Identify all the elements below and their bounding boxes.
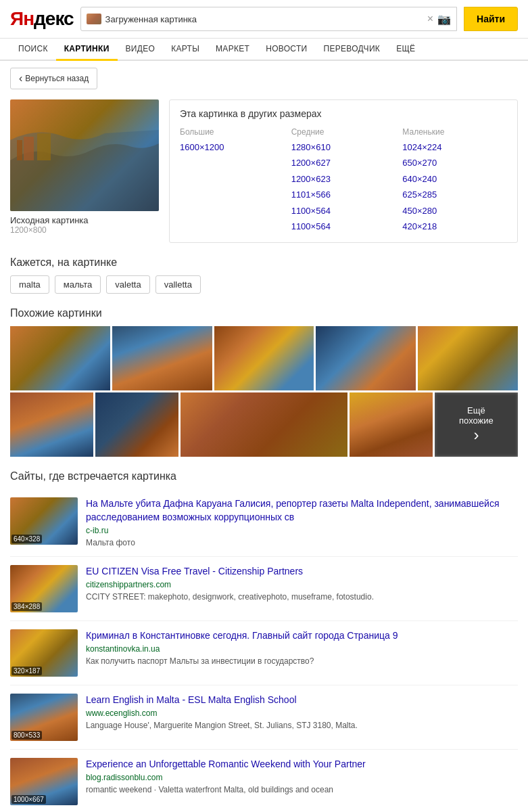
size-1101x566[interactable]: 1101×566 <box>291 187 396 202</box>
site-thumb-3[interactable]: 320×187 <box>10 629 78 677</box>
images-row-2: Ещёпохожие › <box>10 392 518 457</box>
tags-section-title: Кажется, на картинке <box>10 256 518 269</box>
nav-translator[interactable]: ПЕРЕВОДЧИК <box>315 39 388 61</box>
size-640x240[interactable]: 640×240 <box>402 171 507 187</box>
original-image-label: Исходная картинка <box>10 215 159 225</box>
site-url-4: www.ecenglish.com <box>86 708 518 718</box>
similar-more-button[interactable]: Ещёпохожие › <box>435 392 518 457</box>
site-thumb-1[interactable]: 640×328 <box>10 497 78 545</box>
site-thumb-4[interactable]: 800×533 <box>10 694 78 741</box>
more-overlay[interactable]: Ещёпохожие › <box>435 392 518 457</box>
site-desc-4: Language House', Marguerite Mangion Stre… <box>86 720 518 731</box>
thumb-size-2: 384×288 <box>11 602 42 611</box>
site-info-1: На Мальте убита Дафна Каруана Галисия, р… <box>86 497 518 548</box>
similar-thumb-1[interactable] <box>10 326 110 390</box>
site-desc-2: CCITY STREET: makephoto, designwork, cre… <box>86 591 518 603</box>
navigation: ПОИСК КАРТИНКИ ВИДЕО КАРТЫ МАРКЕТ НОВОСТ… <box>0 39 528 61</box>
site-url-5: blog.radissonblu.com <box>86 773 518 782</box>
site-desc-1: Мальта фото <box>86 537 518 549</box>
camera-icon[interactable]: 📷 <box>437 13 451 26</box>
col-medium-header: Средние <box>291 127 396 137</box>
size-1280x610[interactable]: 1280×610 <box>291 139 396 155</box>
size-1100x564-2[interactable]: 1100×564 <box>291 219 396 234</box>
size-650x270[interactable]: 650×270 <box>402 155 507 171</box>
tag-valletta[interactable]: valletta <box>155 275 201 294</box>
more-label: Ещёпохожие <box>459 405 494 426</box>
site-thumb-5[interactable]: 1000×667 <box>10 758 78 805</box>
similar-thumb-9[interactable] <box>350 392 433 457</box>
similar-thumb-5[interactable] <box>418 326 518 390</box>
site-result-1: 640×328 На Мальте убита Дафна Каруана Га… <box>10 489 518 557</box>
nav-video[interactable]: ВИДЕО <box>118 39 164 61</box>
yandex-logo: Яндекс <box>10 8 74 30</box>
tag-malta-ru[interactable]: мальта <box>55 275 101 294</box>
thumbnail-preview <box>87 14 101 24</box>
similar-thumb-4[interactable] <box>316 326 416 390</box>
site-thumb-2[interactable]: 384×288 <box>10 565 78 612</box>
size-420x218[interactable]: 420×218 <box>402 219 507 234</box>
size-1200x627[interactable]: 1200×627 <box>291 155 396 171</box>
images-row-1 <box>10 326 518 390</box>
header: Яндекс Загруженная картинка × 📷 Найти <box>0 0 528 39</box>
tag-valetta[interactable]: valetta <box>106 275 149 294</box>
original-image-box: Исходная картинка 1200×800 <box>10 99 159 243</box>
back-button[interactable]: Вернуться назад <box>10 68 97 89</box>
sizes-box: Эта картинка в других размерах Большие 1… <box>169 99 518 243</box>
similar-thumb-6[interactable] <box>10 392 93 457</box>
site-desc-3: Как получить паспорт Мальты за инвестици… <box>86 656 518 667</box>
search-bar: Загруженная картинка × 📷 <box>80 7 457 31</box>
similar-images-section: Похожие картинки <box>10 307 518 457</box>
site-result-4: 800×533 Learn English in Malta - ESL Mal… <box>10 685 518 750</box>
nav-more[interactable]: ЕЩЁ <box>388 39 423 61</box>
thumb-size-4: 800×533 <box>11 731 42 740</box>
site-title-5[interactable]: Experience an Unforgettable Romantic Wee… <box>86 758 518 771</box>
sites-section-title: Сайты, где встречается картинка <box>10 470 518 482</box>
similar-thumb-2[interactable] <box>112 326 212 390</box>
site-url-1: c-ib.ru <box>86 526 518 535</box>
size-1600x1200[interactable]: 1600×1200 <box>180 139 285 155</box>
nav-maps[interactable]: КАРТЫ <box>163 39 208 61</box>
tag-malta[interactable]: malta <box>10 275 49 294</box>
main-content: Исходная картинка 1200×800 Эта картинка … <box>0 96 528 812</box>
nav-images[interactable]: КАРТИНКИ <box>56 39 118 61</box>
search-button[interactable]: Найти <box>464 7 518 31</box>
site-desc-5: romantic weekend · Valetta waterfront Ma… <box>86 784 518 796</box>
similar-images-title: Похожие картинки <box>10 307 518 319</box>
site-result-5: 1000×667 Experience an Unforgettable Rom… <box>10 750 518 812</box>
nav-market[interactable]: МАРКЕТ <box>208 39 258 61</box>
thumb-size-3: 320×187 <box>11 667 42 675</box>
similar-thumb-7[interactable] <box>95 392 178 457</box>
col-small-header: Маленькие <box>402 127 507 137</box>
site-title-1[interactable]: На Мальте убита Дафна Каруана Галисия, р… <box>86 497 518 524</box>
site-result-3: 320×187 Криминал в Константиновке сегодн… <box>10 621 518 685</box>
search-input-text[interactable]: Загруженная картинка <box>105 14 423 24</box>
more-arrow-icon: › <box>473 426 479 445</box>
original-image-preview[interactable] <box>10 99 159 211</box>
sites-section: Сайты, где встречается картинка 640×328 … <box>10 470 518 812</box>
site-info-4: Learn English in Malta - ESL Malta Engli… <box>86 694 518 731</box>
site-info-2: EU CITIZEN Visa Free Travel - Citizenshi… <box>86 565 518 602</box>
size-625x285[interactable]: 625×285 <box>402 187 507 202</box>
sizes-title: Эта картинка в других размерах <box>180 108 507 119</box>
svg-rect-2 <box>24 137 34 160</box>
nav-news[interactable]: НОВОСТИ <box>258 39 315 61</box>
svg-rect-3 <box>37 133 51 160</box>
size-1024x224[interactable]: 1024×224 <box>402 139 507 155</box>
site-info-3: Криминал в Константиновке сегодня. Главн… <box>86 629 518 667</box>
thumb-size-5: 1000×667 <box>11 795 46 804</box>
site-title-2[interactable]: EU CITIZEN Visa Free Travel - Citizenshi… <box>86 565 518 579</box>
size-1200x623[interactable]: 1200×623 <box>291 171 396 187</box>
site-url-3: konstantinovka.in.ua <box>86 644 518 654</box>
size-450x280[interactable]: 450×280 <box>402 203 507 219</box>
site-info-5: Experience an Unforgettable Romantic Wee… <box>86 758 518 795</box>
site-result-2: 384×288 EU CITIZEN Visa Free Travel - Ci… <box>10 557 518 621</box>
site-title-4[interactable]: Learn English in Malta - ESL Malta Engli… <box>86 694 518 707</box>
col-large-header: Большие <box>180 127 285 137</box>
size-1100x564-1[interactable]: 1100×564 <box>291 203 396 219</box>
nav-search[interactable]: ПОИСК <box>10 39 56 61</box>
image-info-section: Исходная картинка 1200×800 Эта картинка … <box>10 99 518 243</box>
similar-thumb-8[interactable] <box>181 392 347 457</box>
site-title-3[interactable]: Криминал в Константиновке сегодня. Главн… <box>86 629 518 643</box>
similar-thumb-3[interactable] <box>214 326 314 390</box>
clear-icon[interactable]: × <box>427 13 433 25</box>
